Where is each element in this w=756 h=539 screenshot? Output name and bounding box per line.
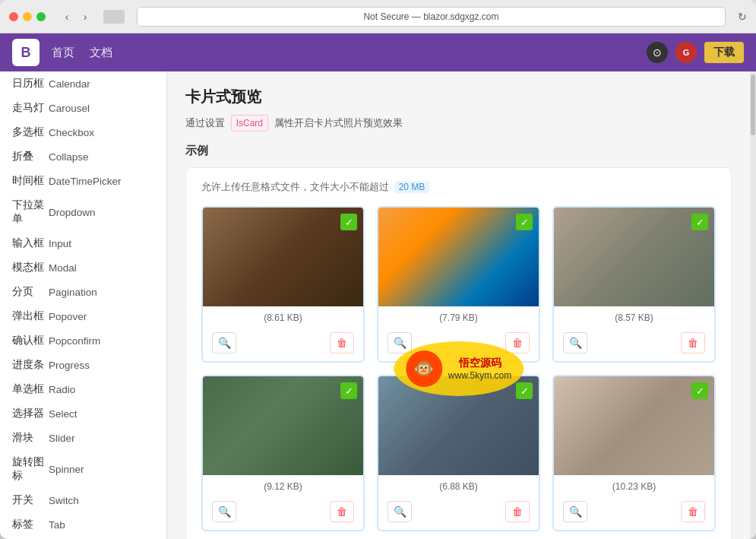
card-size-1: (8.61 KB) [203, 306, 363, 329]
check-icon-2: ✓ [516, 214, 533, 230]
sidebar-en-spinner: Spinner [49, 464, 84, 475]
card-actions-4: 🔍 🗑 [203, 498, 363, 530]
delete-button-1[interactable]: 🗑 [330, 332, 354, 354]
delete-button-5[interactable]: 🗑 [505, 501, 530, 522]
sidebar-en-modal: Modal [49, 262, 77, 274]
delete-button-3[interactable]: 🗑 [681, 332, 705, 354]
sidebar-item-carousel[interactable]: 走马灯 Carousel [0, 96, 166, 120]
sidebar-zh-radio: 单选框 [12, 382, 49, 396]
card-3: ✓ (8.57 KB) 🔍 🗑 [552, 206, 716, 363]
forward-button[interactable]: › [76, 8, 94, 26]
minimize-button[interactable] [23, 12, 32, 21]
page-title: 卡片式预览 [185, 87, 732, 107]
sidebar-item-select[interactable]: 选择器 Select [0, 401, 166, 426]
card-image-2 [378, 208, 539, 306]
card-actions-6: 🔍 🗑 [554, 498, 714, 530]
card-size-5: (6.88 KB) [378, 475, 539, 498]
sidebar-item-dropdown[interactable]: 下拉菜单 Dropdown [0, 193, 166, 231]
close-button[interactable] [9, 12, 18, 21]
back-button[interactable]: ‹ [58, 8, 76, 26]
nav-docs[interactable]: 文档 [90, 46, 112, 60]
github-icon[interactable]: ⊙ [647, 42, 668, 63]
sidebar-zh-carousel: 走马灯 [12, 101, 49, 115]
sidebar-zh-progress: 进度条 [12, 358, 49, 372]
titlebar: ‹ › Not Secure — blazor.sdgxgz.com ↻ [0, 0, 756, 33]
card-image-1 [203, 208, 363, 306]
scrollbar-thumb[interactable] [751, 75, 755, 135]
cards-grid: ✓ (8.61 KB) 🔍 🗑 ✓ (7.79 KB) [201, 206, 716, 531]
sidebar-item-spinner[interactable]: 旋转图标 Spinner [0, 450, 166, 488]
sidebar-en-pagination: Pagination [49, 287, 97, 298]
sidebar-item-input[interactable]: 输入框 Input [0, 231, 166, 255]
tab-expand-button[interactable] [103, 10, 125, 24]
sidebar-item-tab[interactable]: 标签 Tab [0, 512, 166, 537]
zoom-button-1[interactable]: 🔍 [212, 332, 236, 354]
sidebar-item-collapse[interactable]: 折叠 Collapse [0, 144, 166, 169]
card-image-6 [554, 376, 714, 475]
nav-links: 首页 文档 [52, 46, 112, 60]
delete-button-4[interactable]: 🗑 [330, 501, 354, 522]
card-actions-2: 🔍 🗑 [378, 329, 539, 361]
zoom-button-4[interactable]: 🔍 [212, 501, 236, 522]
sidebar-en-slider: Slider [49, 433, 75, 444]
desc-suffix: 属性开启卡片式照片预览效果 [274, 117, 403, 128]
sidebar-zh-collapse: 折叠 [12, 150, 49, 163]
sidebar-en-select: Select [49, 408, 77, 420]
description: 通过设置 IsCard 属性开启卡片式照片预览效果 [185, 115, 732, 132]
sidebar-item-switch[interactable]: 开关 Switch [0, 488, 166, 512]
example-label: 示例 [185, 144, 732, 158]
sidebar-item-checkbox[interactable]: 多选框 Checkbox [0, 120, 166, 144]
sidebar-en-carousel: Carousel [49, 103, 90, 114]
gitee-icon[interactable]: G [675, 42, 697, 63]
zoom-button-3[interactable]: 🔍 [563, 332, 587, 354]
card-size-3: (8.57 KB) [554, 306, 714, 329]
sidebar-zh-switch: 开关 [12, 493, 49, 507]
sidebar-en-switch: Switch [49, 495, 79, 506]
sidebar-item-progress[interactable]: 进度条 Progress [0, 353, 166, 377]
sidebar-en-collapse: Collapse [49, 151, 89, 163]
url-bar[interactable]: Not Secure — blazor.sdgxgz.com [137, 7, 726, 27]
sidebar-zh-calendar: 日历框 [12, 77, 49, 90]
zoom-button-6[interactable]: 🔍 [563, 501, 587, 522]
sidebar-en-input: Input [49, 238, 71, 249]
card-4: ✓ (9.12 KB) 🔍 🗑 [201, 375, 365, 531]
download-button[interactable]: 下载 [704, 42, 744, 63]
upload-panel: 允许上传任意格式文件，文件大小不能超过 20 MB ✓ (8.61 KB) 🔍 … [185, 167, 732, 539]
sidebar-zh-tab: 标签 [12, 518, 49, 531]
sidebar-item-slider[interactable]: 滑块 Slider [0, 426, 166, 450]
logo: B [12, 39, 40, 66]
sidebar-zh-popover: 弹出框 [12, 309, 49, 323]
card-size-4: (9.12 KB) [203, 475, 363, 498]
sidebar-en-datetimepicker: DateTimePicker [49, 176, 122, 187]
sidebar-item-calendar[interactable]: 日历框 Calendar [0, 71, 166, 96]
traffic-lights [9, 12, 46, 21]
sidebar-item-modal[interactable]: 模态框 Modal [0, 255, 166, 280]
sidebar-item-popconfirm[interactable]: 确认框 Popconfirm [0, 328, 166, 353]
sidebar-zh-datetimepicker: 时间框 [12, 174, 49, 188]
sidebar-en-popover: Popover [49, 311, 87, 322]
nav-home[interactable]: 首页 [52, 46, 74, 60]
body-area: 日历框 Calendar 走马灯 Carousel 多选框 Checkbox 折… [0, 71, 756, 539]
sidebar-item-radio[interactable]: 单选框 Radio [0, 377, 166, 401]
zoom-button-2[interactable]: 🔍 [387, 332, 412, 354]
navbar: B 首页 文档 ⊙ G 下载 [0, 33, 756, 71]
sidebar-zh-checkbox: 多选框 [12, 125, 49, 139]
delete-button-6[interactable]: 🗑 [681, 501, 705, 522]
scrollbar-track[interactable] [750, 71, 756, 539]
sidebar-en-dropdown: Dropdown [49, 207, 96, 218]
card-image-5 [378, 376, 539, 475]
nav-arrows: ‹ › [58, 8, 94, 26]
sidebar-item-datetimepicker[interactable]: 时间框 DateTimePicker [0, 169, 166, 193]
sidebar-item-pagination[interactable]: 分页 Pagination [0, 280, 166, 304]
sidebar-item-popover[interactable]: 弹出框 Popover [0, 304, 166, 328]
zoom-button-5[interactable]: 🔍 [387, 501, 412, 522]
fullscreen-button[interactable] [36, 12, 46, 21]
sidebar-zh-dropdown: 下拉菜单 [12, 198, 49, 226]
delete-button-2[interactable]: 🗑 [505, 332, 530, 354]
card-actions-3: 🔍 🗑 [554, 329, 714, 361]
check-icon-4: ✓ [340, 382, 357, 399]
sidebar-zh-pagination: 分页 [12, 285, 49, 299]
file-size-badge: 20 MB [394, 181, 430, 193]
sidebar-en-progress: Progress [49, 360, 90, 371]
refresh-icon[interactable]: ↻ [738, 11, 747, 23]
